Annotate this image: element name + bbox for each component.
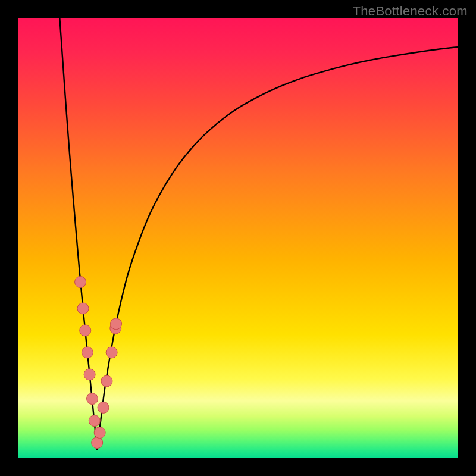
marker-point [92, 437, 103, 449]
marker-point [87, 393, 98, 405]
marker-point [82, 347, 93, 358]
gradient-background [18, 18, 458, 458]
marker-point [84, 369, 95, 380]
marker-point [80, 325, 91, 336]
marker-point [77, 303, 89, 314]
marker-point [101, 375, 112, 387]
chart-frame: TheBottleneck.com [0, 0, 476, 476]
attribution-label: TheBottleneck.com [353, 4, 468, 19]
marker-point [94, 427, 105, 439]
marker-point [98, 402, 109, 413]
marker-point [89, 415, 100, 427]
marker-point [75, 277, 86, 288]
plot-svg [18, 18, 458, 458]
marker-point [111, 318, 122, 330]
marker-point [106, 347, 117, 358]
